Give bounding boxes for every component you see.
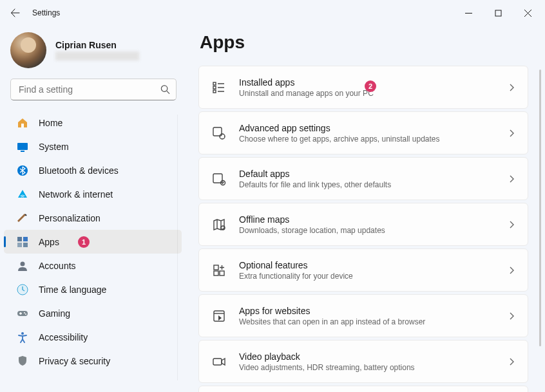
accessibility-icon bbox=[17, 331, 28, 343]
window-controls bbox=[454, 0, 542, 26]
svg-point-20 bbox=[220, 134, 225, 139]
profile-email-blurred bbox=[55, 51, 139, 61]
chevron-right-icon bbox=[508, 174, 515, 183]
apps-icon bbox=[17, 236, 28, 248]
features-icon bbox=[212, 263, 226, 277]
chevron-right-icon bbox=[508, 129, 515, 138]
card-title: Offline maps bbox=[239, 214, 508, 225]
card-subtitle: Video adjustments, HDR streaming, batter… bbox=[239, 363, 508, 372]
card-advanced[interactable]: Advanced app settings Choose where to ge… bbox=[198, 111, 528, 154]
gaming-icon bbox=[17, 308, 28, 319]
sidebar-item-label: Accounts bbox=[39, 261, 76, 271]
sidebar-item-home[interactable]: Home bbox=[4, 111, 182, 135]
svg-point-13 bbox=[24, 312, 25, 313]
privacy-icon bbox=[17, 355, 28, 367]
main-content: Apps Installed apps Uninstall and manage… bbox=[187, 26, 545, 392]
search-icon bbox=[160, 85, 170, 95]
map-icon bbox=[212, 218, 226, 232]
scrollbar[interactable] bbox=[539, 70, 541, 346]
close-button[interactable] bbox=[513, 0, 542, 26]
svg-rect-2 bbox=[21, 124, 24, 127]
chevron-right-icon bbox=[508, 357, 515, 366]
sidebar-item-gaming[interactable]: Gaming bbox=[4, 301, 182, 325]
svg-rect-4 bbox=[21, 151, 24, 152]
card-video[interactable]: Video playback Video adjustments, HDR st… bbox=[198, 340, 528, 383]
sidebar-item-label: System bbox=[39, 142, 69, 152]
sidebar: Ciprian Rusen HomeSystemBluetooth & devi… bbox=[0, 26, 187, 392]
sidebar-item-label: Network & internet bbox=[39, 189, 113, 200]
sidebar-item-network[interactable]: Network & internet bbox=[4, 182, 182, 206]
sidebar-item-accessibility[interactable]: Accessibility bbox=[4, 325, 182, 349]
svg-rect-0 bbox=[495, 10, 501, 16]
bluetooth-icon bbox=[17, 165, 28, 176]
sidebar-item-label: Time & language bbox=[39, 285, 106, 295]
sidebar-item-personalization[interactable]: Personalization bbox=[4, 206, 182, 230]
close-icon bbox=[524, 10, 531, 17]
profile-block[interactable]: Ciprian Rusen bbox=[0, 28, 187, 79]
network-icon bbox=[17, 189, 28, 200]
svg-rect-18 bbox=[213, 90, 216, 93]
gear-app-icon bbox=[212, 126, 226, 140]
svg-rect-25 bbox=[214, 271, 218, 275]
card-title: Apps for websites bbox=[239, 306, 508, 316]
nav-list: HomeSystemBluetooth & devicesNetwork & i… bbox=[0, 108, 187, 392]
sidebar-item-bluetooth[interactable]: Bluetooth & devices bbox=[4, 158, 182, 182]
card-offline[interactable]: Offline maps Downloads, storage location… bbox=[198, 203, 528, 246]
svg-rect-6 bbox=[17, 237, 22, 241]
sidebar-item-label: Apps bbox=[39, 237, 59, 247]
search-input[interactable] bbox=[10, 79, 177, 100]
card-subtitle: Websites that can open in an app instead… bbox=[239, 317, 508, 326]
card-title: Video playback bbox=[239, 351, 508, 362]
chevron-right-icon bbox=[508, 83, 515, 92]
card-subtitle: Extra functionality for your device bbox=[239, 272, 508, 281]
minimize-button[interactable] bbox=[454, 0, 483, 26]
chevron-right-icon bbox=[508, 220, 515, 229]
svg-rect-9 bbox=[23, 243, 28, 247]
sidebar-item-label: Gaming bbox=[39, 308, 70, 319]
sidebar-item-apps[interactable]: Apps1 bbox=[4, 230, 182, 254]
svg-rect-28 bbox=[213, 359, 222, 365]
card-optional[interactable]: Optional features Extra functionality fo… bbox=[198, 248, 528, 292]
sidebar-item-accounts[interactable]: Accounts bbox=[4, 254, 182, 277]
cards-list: Installed apps Uninstall and manage apps… bbox=[198, 66, 537, 392]
svg-rect-24 bbox=[214, 265, 218, 270]
annotation-badge: 1 bbox=[78, 236, 90, 248]
chevron-right-icon bbox=[508, 312, 515, 321]
video-icon bbox=[212, 355, 226, 369]
list-icon bbox=[212, 80, 226, 95]
app-title: Settings bbox=[32, 8, 60, 17]
sidebar-item-time[interactable]: Time & language bbox=[4, 277, 182, 301]
card-subtitle: Downloads, storage location, map updates bbox=[239, 226, 508, 235]
personalization-icon bbox=[17, 212, 28, 224]
accounts-icon bbox=[17, 260, 28, 272]
card-title: Optional features bbox=[239, 260, 508, 270]
chevron-right-icon bbox=[508, 266, 515, 275]
page-title: Apps bbox=[198, 32, 537, 53]
sidebar-item-privacy[interactable]: Privacy & security bbox=[4, 349, 182, 373]
card-installed[interactable]: Installed apps Uninstall and manage apps… bbox=[198, 66, 528, 109]
sidebar-item-label: Home bbox=[39, 118, 62, 128]
svg-rect-16 bbox=[213, 82, 216, 85]
arrow-left-icon bbox=[10, 8, 21, 18]
card-subtitle: Defaults for file and link types, other … bbox=[239, 180, 508, 189]
avatar bbox=[10, 32, 46, 68]
card-subtitle: Choose where to get apps, archive apps, … bbox=[239, 135, 508, 144]
sidebar-item-system[interactable]: System bbox=[4, 135, 182, 158]
sidebar-item-label: Bluetooth & devices bbox=[39, 165, 119, 176]
annotation-badge: 2 bbox=[365, 80, 376, 92]
card-startup[interactable]: Startup bbox=[198, 386, 528, 392]
profile-name: Ciprian Rusen bbox=[55, 40, 139, 50]
sidebar-item-label: Privacy & security bbox=[39, 356, 110, 366]
time-icon bbox=[17, 284, 28, 295]
svg-rect-26 bbox=[220, 271, 224, 275]
back-button[interactable] bbox=[3, 0, 28, 26]
card-websites[interactable]: Apps for websites Websites that can open… bbox=[198, 294, 528, 337]
svg-point-1 bbox=[161, 86, 167, 91]
card-default[interactable]: Default apps Defaults for file and link … bbox=[198, 157, 528, 200]
svg-rect-12 bbox=[17, 311, 28, 316]
website-icon bbox=[212, 309, 226, 323]
maximize-button[interactable] bbox=[483, 0, 513, 26]
svg-rect-3 bbox=[17, 143, 28, 150]
home-icon bbox=[17, 117, 28, 129]
card-title: Advanced app settings bbox=[239, 123, 508, 133]
